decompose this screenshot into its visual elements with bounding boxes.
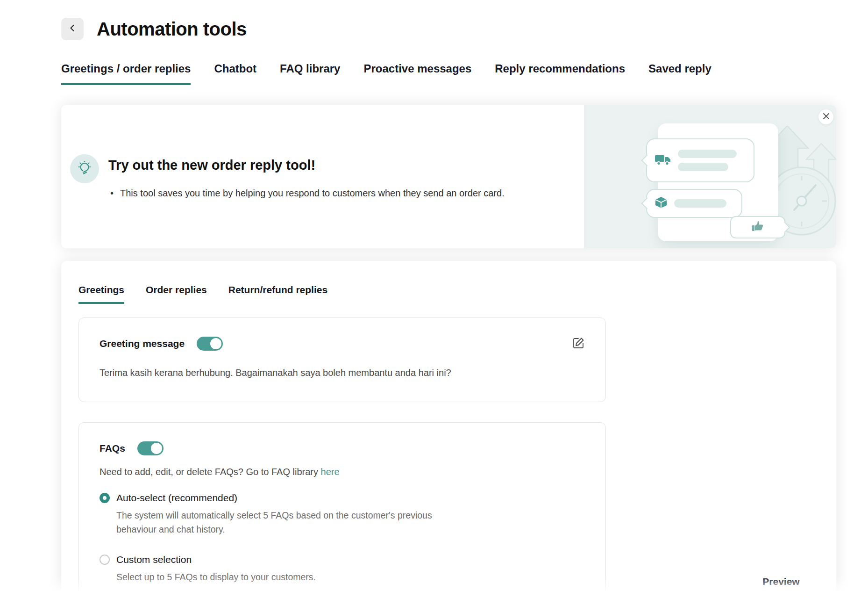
lightbulb-icon-circle (70, 154, 99, 183)
greeting-message-toggle[interactable] (197, 337, 223, 351)
subtab-return-refund-replies[interactable]: Return/refund replies (228, 284, 327, 304)
skeleton-bar (678, 163, 728, 171)
greetings-settings-card: Greetings Order replies Return/refund re… (61, 261, 836, 591)
greeting-message-text: Terima kasih kerana berhubung. Bagaimana… (100, 368, 585, 378)
sub-tabs: Greetings Order replies Return/refund re… (78, 284, 327, 304)
greeting-message-card: Greeting message Terima kasih kerana ber… (78, 317, 606, 402)
tab-proactive-messages[interactable]: Proactive messages (363, 62, 471, 85)
tab-chatbot[interactable]: Chatbot (214, 62, 256, 85)
thumbs-up-icon (752, 221, 764, 234)
preview-panel: Preview Store 10:21 PM (680, 576, 868, 591)
custom-selection-radio[interactable] (100, 555, 110, 565)
truck-icon (655, 152, 671, 168)
faqs-card: FAQs Need to add, edit, or delete FAQs? … (78, 422, 606, 591)
custom-selection-description: Select up to 5 FAQs to display to your c… (116, 570, 443, 584)
subtab-order-replies[interactable]: Order replies (146, 284, 207, 304)
shipping-message-illustration (646, 138, 754, 182)
tab-faq-library[interactable]: FAQ library (280, 62, 340, 85)
banner-illustration (584, 105, 836, 248)
preview-title: Preview (680, 576, 868, 587)
package-icon (655, 196, 668, 211)
greeting-card-header: Greeting message (100, 337, 585, 351)
custom-selection-label: Custom selection (116, 554, 192, 565)
package-message-illustration (646, 189, 742, 218)
banner-bullet-text: This tool saves you time by helping you … (120, 188, 505, 199)
banner-title: Try out the new order reply tool! (108, 158, 315, 173)
faq-library-link[interactable]: here (321, 467, 340, 477)
lightbulb-icon (77, 160, 92, 177)
banner-close-button[interactable] (818, 109, 833, 124)
page-header: Automation tools (61, 18, 247, 40)
auto-select-label: Auto-select (recommended) (116, 492, 237, 504)
tab-reply-recommendations[interactable]: Reply recommendations (495, 62, 625, 85)
skeleton-bar (678, 150, 737, 158)
edit-greeting-button[interactable] (573, 337, 585, 351)
auto-select-option[interactable]: Auto-select (recommended) (100, 492, 585, 504)
main-tabs: Greetings / order replies Chatbot FAQ li… (61, 62, 711, 85)
page-title: Automation tools (97, 19, 247, 40)
order-reply-promo-banner: Try out the new order reply tool! • This… (61, 105, 836, 248)
bullet-glyph: • (110, 188, 114, 199)
auto-select-description: The system will automatically select 5 F… (116, 508, 443, 536)
banner-content: Try out the new order reply tool! • This… (61, 105, 584, 248)
faq-library-hint: Need to add, edit, or delete FAQs? Go to… (100, 467, 585, 477)
faqs-toggle[interactable] (137, 441, 164, 455)
back-button[interactable] (61, 18, 84, 40)
edit-icon (573, 337, 585, 351)
faq-card-title: FAQs (100, 443, 125, 454)
tab-saved-reply[interactable]: Saved reply (648, 62, 711, 85)
tab-greetings-order-replies[interactable]: Greetings / order replies (61, 62, 191, 85)
skeleton-text-bars (678, 150, 737, 171)
skeleton-bar (674, 199, 726, 208)
skeleton-text-bars (674, 199, 726, 208)
close-icon (823, 113, 830, 122)
automation-tools-page: Automation tools Greetings / order repli… (0, 0, 868, 591)
greeting-card-title: Greeting message (100, 338, 185, 349)
faq-card-header: FAQs (100, 441, 585, 455)
thumbs-up-bubble-illustration (730, 216, 785, 238)
subtab-greetings[interactable]: Greetings (78, 284, 124, 304)
chevron-left-icon (68, 24, 77, 34)
auto-select-radio[interactable] (100, 493, 110, 503)
banner-bullet-item: • This tool saves you time by helping yo… (110, 188, 505, 199)
faq-library-hint-text: Need to add, edit, or delete FAQs? Go to… (100, 467, 321, 477)
custom-selection-option[interactable]: Custom selection (100, 554, 585, 565)
